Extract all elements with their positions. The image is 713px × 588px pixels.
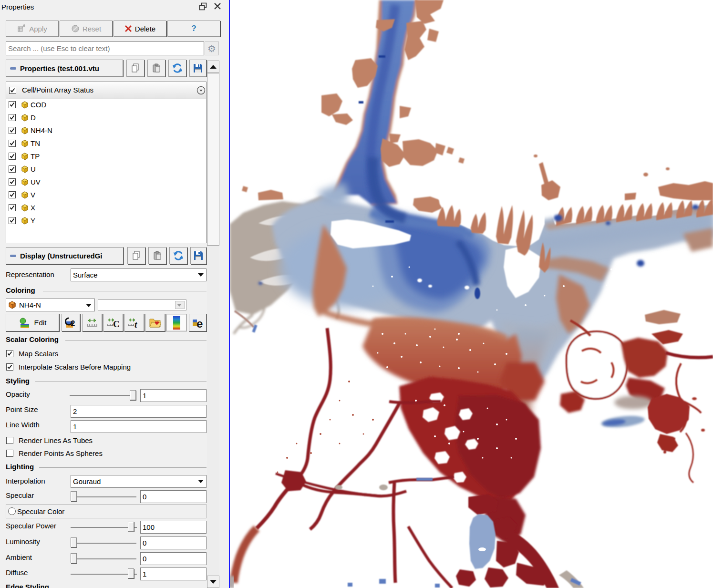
- svg-text:t: t: [134, 320, 137, 329]
- svg-text:C: C: [113, 319, 120, 329]
- svg-text:e: e: [196, 317, 203, 329]
- svg-text:2: 2: [71, 319, 75, 328]
